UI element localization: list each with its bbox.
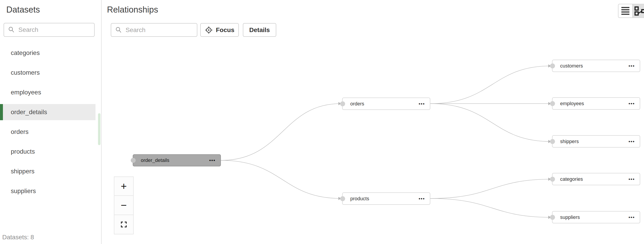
graph-node-order-details[interactable]: order_details ••• — [133, 154, 221, 166]
node-more-button[interactable]: ••• — [628, 139, 635, 144]
graph-node-categories[interactable]: categories ••• — [552, 173, 640, 185]
graph-node-products[interactable]: products ••• — [342, 192, 430, 205]
connection-port — [550, 139, 555, 144]
connection-port — [340, 196, 345, 201]
node-label: orders — [343, 101, 364, 107]
zoom-in-button[interactable]: + — [114, 176, 134, 196]
fit-to-screen-button[interactable] — [114, 215, 134, 234]
edge-orders-customers — [430, 66, 551, 104]
node-more-button[interactable]: ••• — [628, 101, 635, 106]
graph-node-customers[interactable]: customers ••• — [552, 60, 640, 72]
node-more-button[interactable]: ••• — [628, 176, 635, 182]
relationship-edges — [0, 0, 644, 244]
node-label: products — [343, 196, 369, 202]
edge-order-details-orders — [221, 104, 341, 160]
minus-icon: − — [121, 199, 127, 211]
node-label: order_details — [133, 158, 169, 163]
edge-products-suppliers — [430, 198, 551, 217]
node-more-button[interactable]: ••• — [628, 63, 635, 68]
connection-port — [550, 215, 555, 220]
edge-order-details-products — [221, 160, 341, 198]
edge-orders-shippers — [430, 104, 551, 142]
node-more-button[interactable]: ••• — [628, 214, 635, 220]
graph-node-shippers[interactable]: shippers ••• — [552, 135, 640, 148]
connection-port — [550, 177, 555, 182]
node-more-button[interactable]: ••• — [419, 196, 425, 202]
connection-port — [131, 158, 136, 163]
fit-to-screen-icon — [120, 221, 127, 228]
edge-products-categories — [430, 179, 551, 198]
zoom-out-button[interactable]: − — [114, 196, 134, 215]
graph-node-employees[interactable]: employees ••• — [552, 97, 640, 110]
plus-icon: + — [121, 180, 127, 192]
graph-node-orders[interactable]: orders ••• — [342, 98, 430, 110]
connection-port — [550, 101, 555, 106]
node-label: shippers — [552, 138, 579, 144]
node-label: customers — [552, 63, 583, 69]
node-label: categories — [552, 176, 583, 182]
node-label: employees — [552, 101, 584, 106]
node-more-button[interactable]: ••• — [209, 158, 216, 163]
node-more-button[interactable]: ••• — [419, 101, 425, 106]
connection-port — [340, 101, 345, 106]
zoom-controls: + − — [114, 176, 134, 234]
connection-port — [550, 64, 555, 68]
node-label: suppliers — [552, 214, 580, 220]
graph-node-suppliers[interactable]: suppliers ••• — [552, 211, 640, 223]
